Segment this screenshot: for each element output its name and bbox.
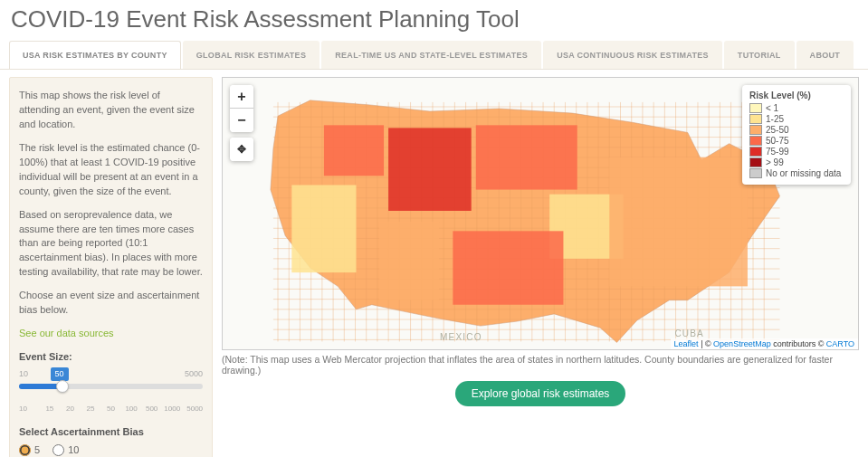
osm-link[interactable]: OpenStreetMap — [713, 339, 771, 348]
legend-swatch — [749, 147, 762, 157]
tab-tutorial[interactable]: TUTORIAL — [724, 41, 795, 69]
slider-tick: 1000 — [162, 404, 183, 414]
svg-rect-72 — [476, 125, 577, 189]
svg-rect-75 — [609, 157, 748, 286]
intro-text-1: This map shows the risk level of attendi… — [19, 89, 203, 132]
tab-bar: USA RISK ESTIMATES BY COUNTYGLOBAL RISK … — [0, 41, 868, 70]
svg-rect-77 — [379, 222, 439, 300]
svg-rect-70 — [324, 125, 384, 176]
data-sources-link[interactable]: See our data sources — [19, 328, 114, 338]
attr-suffix: contributors © — [771, 339, 826, 348]
tab-usa-risk-estimates-by-county[interactable]: USA RISK ESTIMATES BY COUNTY — [9, 41, 181, 69]
legend-label: < 1 — [766, 103, 778, 113]
legend-swatch — [749, 125, 762, 135]
slider-tick: 10 — [19, 404, 40, 414]
slider-tick: 500 — [141, 404, 162, 414]
legend-swatch — [749, 114, 762, 124]
legend-label: > 99 — [766, 157, 784, 167]
asc-radio-10[interactable]: 10 — [52, 443, 79, 457]
legend-label: 1-25 — [766, 114, 784, 124]
event-size-slider[interactable] — [19, 384, 203, 389]
legend-swatch — [749, 136, 762, 146]
slider-min: 10 — [19, 368, 28, 380]
leaflet-link[interactable]: Leaflet — [674, 339, 699, 348]
slider-tick: 100 — [121, 404, 142, 414]
legend-row: 75-99 — [749, 147, 844, 157]
asc-bias-label: Select Ascertainment Bias — [19, 425, 203, 440]
slider-tick: 5000 — [183, 404, 204, 414]
tab-usa-continuous-risk-estimates[interactable]: USA CONTINUOUS RISK ESTIMATES — [543, 41, 722, 69]
svg-rect-71 — [388, 128, 472, 211]
legend-label: No or missing data — [766, 168, 841, 178]
zoom-out-button[interactable]: − — [230, 109, 253, 132]
legend-row: 50-75 — [749, 136, 844, 146]
zoom-in-button[interactable]: + — [230, 85, 253, 109]
legend-swatch — [749, 168, 762, 178]
zoom-control: + − — [230, 85, 253, 132]
slider-tick: 25 — [81, 404, 101, 414]
page-title: COVID-19 Event Risk Assessment Planning … — [0, 0, 868, 41]
legend-row: 25-50 — [749, 125, 844, 135]
slider-thumb[interactable] — [56, 380, 69, 393]
map-legend: Risk Level (%) < 11-2525-5050-7575-99> 9… — [742, 85, 851, 185]
svg-rect-76 — [453, 231, 563, 304]
fullscreen-control: ✥ — [230, 138, 253, 161]
intro-text-3: Based on seroprevalence data, we assume … — [19, 208, 203, 281]
slider-tick: 50 — [100, 404, 121, 414]
intro-text-4: Choose an event size and ascertainment b… — [19, 289, 203, 318]
legend-row: No or missing data — [749, 168, 844, 178]
slider-ticks: 101520255010050010005000 — [19, 404, 203, 414]
legend-row: < 1 — [749, 103, 844, 113]
label-mexico: MEXICO — [440, 332, 482, 342]
map-container[interactable]: + − ✥ Risk Level (%) < 11-2525-5050-7575… — [222, 77, 859, 350]
carto-link[interactable]: CARTO — [826, 339, 854, 348]
slider-tick: 20 — [60, 404, 81, 414]
legend-swatch — [749, 103, 762, 113]
label-cuba: CUBA — [674, 328, 704, 338]
asc-radio-5[interactable]: 5 — [19, 443, 40, 457]
slider-tick: 15 — [40, 404, 61, 414]
fullscreen-button[interactable]: ✥ — [230, 138, 253, 161]
tab-about[interactable]: ABOUT — [796, 41, 854, 69]
legend-label: 50-75 — [766, 136, 789, 146]
map-attribution: Leaflet | © OpenStreetMap contributors ©… — [671, 338, 858, 349]
legend-swatch — [749, 157, 762, 167]
asc-radio-input-5[interactable] — [19, 444, 31, 456]
slider-max: 5000 — [185, 368, 203, 380]
legend-row: 1-25 — [749, 114, 844, 124]
asc-radio-input-10[interactable] — [52, 444, 64, 456]
event-size-label: Event Size: — [19, 350, 203, 365]
slider-value-badge: 50 — [51, 367, 69, 381]
legend-row: > 99 — [749, 157, 844, 167]
legend-label: 75-99 — [766, 147, 789, 157]
intro-text-2: The risk level is the estimated chance (… — [19, 141, 203, 199]
explore-global-button[interactable]: Explore global risk estimates — [455, 381, 626, 406]
tab-real-time-us-and-state-level-estimates[interactable]: REAL-TIME US AND STATE-LEVEL ESTIMATES — [321, 41, 541, 69]
legend-title: Risk Level (%) — [749, 90, 844, 100]
legend-label: 25-50 — [766, 125, 789, 135]
svg-rect-74 — [291, 185, 356, 272]
tab-global-risk-estimates[interactable]: GLOBAL RISK ESTIMATES — [183, 41, 320, 69]
sidebar: This map shows the risk level of attendi… — [9, 77, 213, 457]
map-note: (Note: This map uses a Web Mercator proj… — [222, 354, 859, 376]
attr-sep: | © — [699, 339, 713, 348]
asc-bias-radios: 510 — [19, 443, 203, 457]
